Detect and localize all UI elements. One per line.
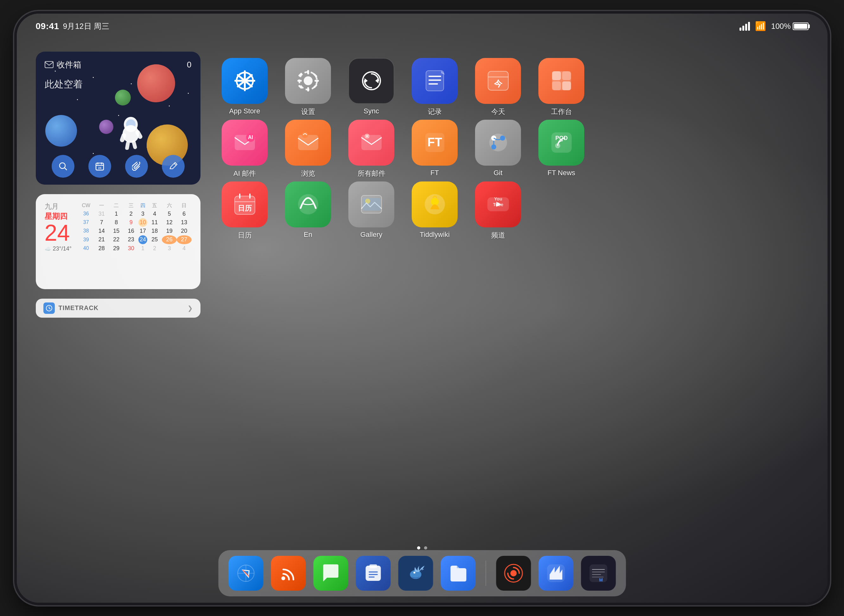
svg-text:You: You <box>494 197 502 201</box>
app-label-ftnews: FT News <box>548 169 576 177</box>
app-label-ft: FT <box>431 169 439 177</box>
mail-widget[interactable]: 收件箱 0 此处空着 24 <box>36 51 201 185</box>
app-label-browse: 浏览 <box>301 169 315 178</box>
svg-text:今: 今 <box>494 79 503 88</box>
home-content: 收件箱 0 此处空着 24 <box>17 39 828 552</box>
app-item-aimail[interactable]: AI AI 邮件 <box>220 120 270 178</box>
mail-search-button[interactable] <box>51 155 75 177</box>
svg-point-102 <box>510 570 517 576</box>
app-item-ft[interactable]: FT FT <box>409 120 460 177</box>
dock-square[interactable] <box>356 556 390 591</box>
svg-line-19 <box>49 308 50 309</box>
cal-row-40: 40 28 29 30 1 2 3 4 <box>78 244 192 253</box>
timetrack-widget[interactable]: TIMETRACK ❯ <box>36 299 201 318</box>
app-item-tiddlywiki[interactable]: Tiddlywiki <box>409 182 460 239</box>
worktable-icon <box>538 58 584 104</box>
settings-icon <box>285 58 331 104</box>
app-label-appstore: App Store <box>229 107 260 115</box>
mail-attachment-button[interactable] <box>125 155 148 177</box>
svg-rect-30 <box>315 80 319 82</box>
svg-point-8 <box>60 163 65 169</box>
app-item-git[interactable]: Git <box>473 120 523 177</box>
timetrack-label: TIMETRACK <box>59 304 99 312</box>
app-item-worktable[interactable]: 工作台 <box>536 58 587 117</box>
app-item-browse[interactable]: 浏览 <box>283 120 334 178</box>
dock-pocketcasts[interactable] <box>496 556 531 591</box>
app-item-sync[interactable]: Sync <box>346 58 397 115</box>
cal-date-big: 24 <box>45 221 72 244</box>
sync-icon <box>348 58 394 104</box>
svg-rect-7 <box>45 62 53 68</box>
svg-rect-34 <box>313 84 317 88</box>
battery-percent: 100% <box>771 22 790 31</box>
dock-messages[interactable] <box>313 556 348 591</box>
mail-widget-buttons: 24 <box>36 155 201 177</box>
mail-compose-button[interactable] <box>162 155 185 177</box>
dock-md[interactable]: M <box>581 556 615 591</box>
svg-line-16 <box>174 163 176 165</box>
app-label-notes: 记录 <box>428 107 442 117</box>
svg-point-64 <box>491 144 496 150</box>
wifi-icon: 📶 <box>755 21 766 31</box>
status-bar: 09:41 9月12日 周三 📶 100% <box>17 14 828 39</box>
svg-marker-37 <box>365 78 368 83</box>
app-label-allmail: 所有邮件 <box>358 169 385 178</box>
app-item-settings[interactable]: 设置 <box>283 58 334 117</box>
timetrack-icon <box>43 302 55 314</box>
app-item-en[interactable]: En <box>283 182 334 239</box>
page-dot-2[interactable] <box>424 546 427 550</box>
mail-calendar-button[interactable]: 24 <box>88 155 111 177</box>
app-item-gallery[interactable]: Gallery <box>346 182 397 239</box>
app-item-calendar[interactable]: 日历 日历 <box>220 182 270 240</box>
dock-safari[interactable] <box>229 556 263 591</box>
allmail-icon <box>348 120 394 166</box>
ftnews-icon: POD <box>538 120 584 166</box>
dock-bird[interactable] <box>398 556 433 591</box>
svg-rect-27 <box>307 70 309 75</box>
status-time: 09:41 <box>36 21 59 31</box>
app-label-youtube: 频道 <box>491 230 505 240</box>
cal-month: 九月 <box>45 202 72 211</box>
widgets-column: 收件箱 0 此处空着 24 <box>36 51 201 539</box>
svg-text:FT: FT <box>427 136 442 149</box>
svg-text:日历: 日历 <box>238 204 252 212</box>
app-label-git: Git <box>494 169 502 177</box>
app-row-3: 日历 日历 En Gallery <box>220 182 809 240</box>
tiddlywiki-icon <box>412 182 458 227</box>
svg-point-56 <box>302 132 308 138</box>
svg-text:AI: AI <box>248 135 253 140</box>
app-item-ftnews[interactable]: POD FT News <box>536 120 587 177</box>
dock-files[interactable] <box>441 556 475 591</box>
svg-rect-48 <box>552 71 561 80</box>
svg-rect-55 <box>298 135 318 150</box>
ft-icon: FT <box>412 120 458 166</box>
app-item-appstore[interactable]: App Store <box>220 58 270 115</box>
app-label-worktable: 工作台 <box>551 107 572 117</box>
mail-count: 0 <box>187 60 191 70</box>
svg-point-25 <box>304 76 312 85</box>
ipad-frame: 09:41 9月12日 周三 📶 100% <box>17 14 828 603</box>
astronaut <box>115 115 147 150</box>
page-dots <box>417 546 427 550</box>
app-label-calendar: 日历 <box>238 230 252 240</box>
notes-icon <box>412 58 458 104</box>
page-dot-1[interactable] <box>417 546 420 550</box>
svg-rect-49 <box>562 71 571 80</box>
app-item-today[interactable]: 今 今天 <box>473 58 523 117</box>
app-item-allmail[interactable]: 所有邮件 <box>346 120 397 178</box>
svg-rect-95 <box>369 565 377 568</box>
cal-weather: ☁️ 23°/14° <box>45 245 72 252</box>
app-item-youtube[interactable]: YouTube 频道 <box>473 182 523 240</box>
dock-spark[interactable] <box>538 556 573 591</box>
browse-icon <box>285 120 331 166</box>
cal-row-38: 38 14 15 16 17 18 19 20 <box>78 227 192 235</box>
svg-marker-36 <box>375 78 378 83</box>
svg-rect-51 <box>562 81 571 90</box>
app-item-notes[interactable]: 记录 <box>409 58 460 117</box>
battery-indicator: 100% <box>771 22 808 31</box>
calendar-widget[interactable]: 九月 星期四 24 ☁️ 23°/14° CW <box>36 194 201 289</box>
dock-rss[interactable] <box>271 556 306 591</box>
calendar-grid: CW 一 二 三 四 五 六 日 <box>78 202 192 282</box>
cal-row-36: 36 31 1 2 3 4 5 6 <box>78 210 192 218</box>
svg-text:M: M <box>599 577 603 582</box>
